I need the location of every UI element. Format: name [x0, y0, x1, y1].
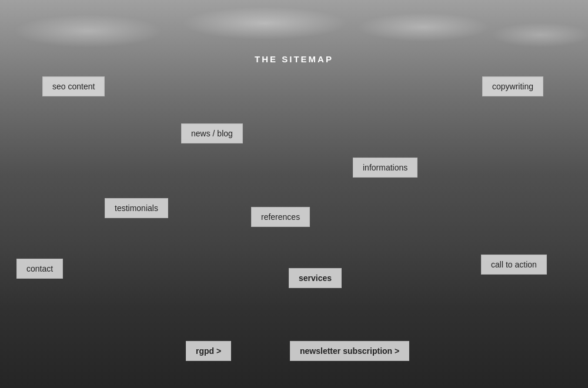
contact-node[interactable]: contact [16, 259, 63, 279]
rgpd-node[interactable]: rgpd > [186, 341, 231, 361]
services-node[interactable]: services [289, 268, 342, 288]
news-blog-node[interactable]: news / blog [181, 123, 243, 143]
sitemap-content: THE SITEMAP seo content copywriting news… [0, 0, 588, 388]
page-title: THE SITEMAP [255, 54, 333, 64]
seo-content-node[interactable]: seo content [42, 76, 105, 96]
newsletter-node[interactable]: newsletter subscription > [290, 341, 409, 361]
call-to-action-node[interactable]: call to action [481, 255, 547, 275]
copywriting-node[interactable]: copywriting [482, 76, 543, 96]
testimonials-node[interactable]: testimonials [105, 198, 168, 218]
references-node[interactable]: references [251, 207, 310, 227]
informations-node[interactable]: informations [353, 158, 417, 178]
